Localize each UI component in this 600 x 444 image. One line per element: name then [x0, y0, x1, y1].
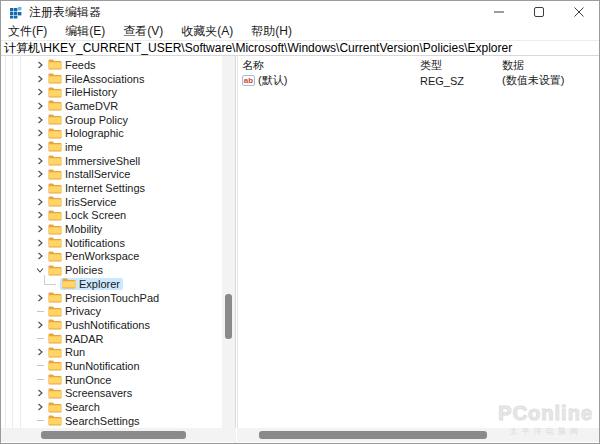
- tree-item-privacy[interactable]: Privacy: [1, 304, 222, 318]
- expand-chevron[interactable]: [34, 168, 46, 180]
- tree-item-feeds[interactable]: Feeds: [1, 58, 222, 72]
- expand-chevron[interactable]: [34, 196, 46, 208]
- tree-horizontal-scrollbar-thumb[interactable]: [41, 431, 186, 439]
- tree-item-body[interactable]: Group Policy: [46, 114, 131, 126]
- tree-item-body[interactable]: Search: [46, 401, 103, 413]
- tree-indent: [1, 379, 34, 380]
- tree-item-ime[interactable]: ime: [1, 140, 222, 154]
- tree-item-pushnotifications[interactable]: PushNotifications: [1, 318, 222, 332]
- expand-chevron[interactable]: [34, 387, 46, 399]
- leaf-dash: [37, 311, 44, 312]
- tree-item-body[interactable]: PenWorkspace: [46, 250, 142, 262]
- tree-item-irisservice[interactable]: IrisService: [1, 195, 222, 209]
- expand-chevron[interactable]: [34, 401, 46, 413]
- selected-key-highlight[interactable]: Explorer: [60, 278, 123, 290]
- tree-item-runnotification[interactable]: RunNotification: [1, 359, 222, 373]
- close-button[interactable]: [559, 1, 599, 23]
- menu-item-help[interactable]: 帮助(H): [251, 23, 292, 40]
- column-header-data[interactable]: 数据: [502, 58, 599, 73]
- tree-item-radar[interactable]: RADAR: [1, 332, 222, 346]
- expand-chevron[interactable]: [34, 141, 46, 153]
- expand-chevron[interactable]: [34, 346, 46, 358]
- tree-item-mobility[interactable]: Mobility: [1, 222, 222, 236]
- maximize-button[interactable]: [519, 1, 559, 23]
- menu-item-favorites[interactable]: 收藏夹(A): [181, 23, 233, 40]
- tree-item-group-policy[interactable]: Group Policy: [1, 113, 222, 127]
- tree-item-internet-settings[interactable]: Internet Settings: [1, 181, 222, 195]
- minimize-button[interactable]: [479, 1, 519, 23]
- tree-item-body[interactable]: FileHistory: [46, 86, 120, 98]
- tree-item-body[interactable]: Notifications: [46, 237, 128, 249]
- tree-item-policies[interactable]: Policies: [1, 263, 222, 277]
- expand-chevron[interactable]: [34, 59, 46, 71]
- expand-chevron[interactable]: [34, 155, 46, 167]
- menu-item-file[interactable]: 文件(F): [8, 23, 47, 40]
- tree-item-body[interactable]: Holographic: [46, 127, 127, 139]
- expand-chevron[interactable]: [34, 223, 46, 235]
- tree-item-gamedvr[interactable]: GameDVR: [1, 99, 222, 113]
- tree-item-body[interactable]: ImmersiveShell: [46, 155, 143, 167]
- tree-item-notifications[interactable]: Notifications: [1, 236, 222, 250]
- expand-chevron[interactable]: [34, 250, 46, 262]
- expand-chevron[interactable]: [34, 292, 46, 304]
- tree-item-body[interactable]: Run: [46, 346, 88, 358]
- tree-item-runonce[interactable]: RunOnce: [1, 373, 222, 387]
- tree-item-lock-screen[interactable]: Lock Screen: [1, 209, 222, 223]
- tree-item-fileassociations[interactable]: FileAssociations: [1, 72, 222, 86]
- tree-item-body[interactable]: SearchSettings: [46, 415, 143, 427]
- tree-item-body[interactable]: Screensavers: [46, 387, 135, 399]
- column-header-type[interactable]: 类型: [420, 58, 502, 73]
- expand-chevron[interactable]: [34, 319, 46, 331]
- tree-horizontal-scrollbar[interactable]: [1, 428, 236, 442]
- menu-item-view[interactable]: 查看(V): [123, 23, 163, 40]
- tree-item-body[interactable]: RADAR: [46, 333, 107, 345]
- tree-item-explorer[interactable]: Explorer: [1, 277, 222, 291]
- list-horizontal-scrollbar[interactable]: [237, 428, 599, 442]
- expand-chevron[interactable]: [34, 114, 46, 126]
- leaf-connector: [34, 374, 46, 386]
- tree-item-penworkspace[interactable]: PenWorkspace: [1, 250, 222, 264]
- tree-item-searchsettings[interactable]: SearchSettings: [1, 414, 222, 428]
- column-header-name[interactable]: 名称: [238, 58, 420, 73]
- tree-item-immersiveshell[interactable]: ImmersiveShell: [1, 154, 222, 168]
- tree-item-search[interactable]: Search: [1, 400, 222, 414]
- tree-vertical-scrollbar[interactable]: [222, 56, 235, 428]
- tree-item-holographic[interactable]: Holographic: [1, 126, 222, 140]
- address-bar[interactable]: 计算机\HKEY_CURRENT_USER\Software\Microsoft…: [1, 40, 599, 56]
- tree-item-label: GameDVR: [65, 100, 118, 112]
- tree-item-body[interactable]: Feeds: [46, 59, 99, 71]
- tree-item-body[interactable]: PrecisionTouchPad: [46, 292, 162, 304]
- expand-chevron[interactable]: [34, 100, 46, 112]
- tree-item-screensavers[interactable]: Screensavers: [1, 387, 222, 401]
- folder-icon: [48, 251, 62, 262]
- expand-chevron[interactable]: [34, 86, 46, 98]
- tree-item-body[interactable]: InstallService: [46, 168, 133, 180]
- list-horizontal-scrollbar-thumb[interactable]: [259, 431, 487, 439]
- tree-item-body[interactable]: Lock Screen: [46, 209, 129, 221]
- tree-vertical-scrollbar-thumb[interactable]: [225, 294, 232, 339]
- tree-indent: [1, 297, 34, 298]
- tree-item-body[interactable]: IrisService: [46, 196, 119, 208]
- expand-chevron[interactable]: [34, 182, 46, 194]
- expand-chevron[interactable]: [34, 209, 46, 221]
- folder-icon: [48, 319, 62, 330]
- tree-item-body[interactable]: FileAssociations: [46, 73, 147, 85]
- tree-item-body[interactable]: PushNotifications: [46, 319, 153, 331]
- tree-item-body[interactable]: Internet Settings: [46, 182, 148, 194]
- tree-item-body[interactable]: RunOnce: [46, 374, 114, 386]
- tree-item-body[interactable]: ime: [46, 141, 86, 153]
- tree-item-precisiontouchpad[interactable]: PrecisionTouchPad: [1, 291, 222, 305]
- expand-chevron[interactable]: [34, 127, 46, 139]
- tree-indent: [1, 365, 34, 366]
- menu-item-edit[interactable]: 编辑(E): [65, 23, 105, 40]
- tree-item-body[interactable]: Mobility: [46, 223, 105, 235]
- tree-item-body[interactable]: RunNotification: [46, 360, 143, 372]
- tree-item-run[interactable]: Run: [1, 345, 222, 359]
- tree-item-installservice[interactable]: InstallService: [1, 168, 222, 182]
- tree-item-filehistory[interactable]: FileHistory: [1, 85, 222, 99]
- expand-chevron[interactable]: [34, 237, 46, 249]
- value-row[interactable]: ab(默认)REG_SZ(数值未设置): [238, 73, 599, 88]
- expand-chevron[interactable]: [34, 73, 46, 85]
- tree-item-body[interactable]: Privacy: [46, 305, 104, 317]
- tree-item-body[interactable]: GameDVR: [46, 100, 121, 112]
